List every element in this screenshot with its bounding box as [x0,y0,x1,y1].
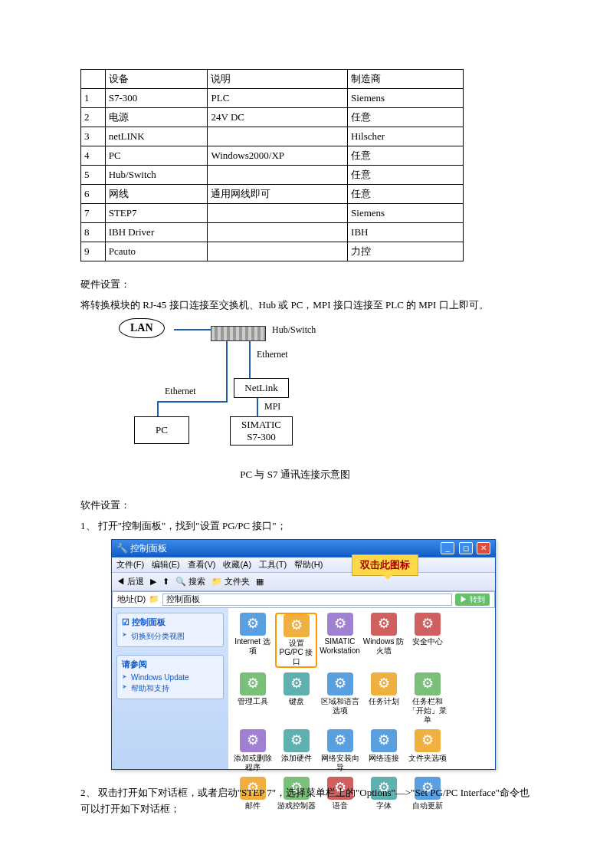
icon-label: 设置 PG/PC 接口 [277,639,316,666]
table-cell: 5 [81,166,106,185]
toolbar-button[interactable]: 🔍 搜索 [175,577,205,586]
line-mpi [257,398,258,416]
sidebar-link-help[interactable]: 帮助和支持 [122,683,218,694]
control-panel-icon[interactable]: ⚙区域和语言选项 [319,672,361,725]
app-icon: ⚙ [240,672,266,695]
table-cell: 6 [81,185,106,204]
line-pc-drop [157,401,159,416]
control-panel-icon[interactable]: ⚙添加硬件 [275,729,317,772]
sw-title: 软件设置： [80,498,533,514]
lan-cloud: LAN [119,318,165,338]
toolbar-button[interactable]: ⬆ [162,577,169,586]
control-panel-icon [450,729,492,772]
control-panel-icon[interactable]: ⚙安全中心 [406,613,448,668]
sidebar: ☑ 控制面板 切换到分类视图 请参阅 Windows Update 帮助和支持 [112,608,228,769]
th-desc: 说明 [208,70,348,89]
go-button[interactable]: ▶ 转到 [455,593,490,606]
close-button[interactable]: ✕ [477,542,490,554]
table-cell [208,242,348,261]
table-cell: PLC [208,89,348,108]
app-icon: ⚙ [415,613,441,636]
menu-item[interactable]: 收藏(A) [223,560,251,569]
address-input[interactable] [162,593,452,606]
app-icon: ⚙ [415,729,441,752]
table-cell: S7-300 [105,89,208,108]
menu-bar: 文件(F)编辑(E)查看(V)收藏(A)工具(T)帮助(H) 双击此图标 [112,557,495,573]
diagram-caption: PC 与 S7 通讯连接示意图 [142,467,448,483]
table-cell: 任意 [348,166,464,185]
folder-icon: 📁 [149,594,159,604]
toolbar-button[interactable]: 📁 文件夹 [211,577,250,586]
icon-label: 邮件 [231,801,274,810]
table-cell: Windows2000/XP [208,146,348,166]
sidebar-link-windows-update[interactable]: Windows Update [122,673,218,682]
control-panel-icon[interactable]: ⚙SIMATIC Workstation [319,613,361,668]
table-row: 6网线通用网线即可任意 [81,185,464,204]
netlink-box: NetLink [234,378,289,398]
table-cell [208,166,348,185]
window-buttons: _ ◻ ✕ [439,542,490,554]
toolbar-button[interactable]: ▶ [150,577,156,586]
sw-step-1: 1、 打开"控制面板"，找到"设置 PG/PC 接口"； [80,518,533,534]
toolbar-button[interactable]: ▦ [256,577,264,586]
app-icon: ⚙ [284,614,310,637]
line-switch-netlink [249,341,251,378]
table-cell: 电源 [105,108,208,127]
control-panel-icon[interactable]: ⚙键盘 [275,672,317,725]
control-panel-icon[interactable]: ⚙任务计划 [362,672,405,725]
icon-label: 添加或删除程序 [231,754,274,772]
th-device: 设备 [105,70,208,89]
ethernet-label-1: Ethernet [257,349,288,360]
control-panel-icon[interactable]: ⚙文件夹选项 [406,729,448,772]
minimize-button[interactable]: _ [441,542,454,554]
table-cell: 任意 [348,146,464,166]
control-panel-icon[interactable]: ⚙添加或删除程序 [231,729,274,772]
control-panel-icon[interactable]: ⚙任务栏和「开始」菜单 [406,672,448,725]
icon-label: 任务计划 [362,697,405,706]
maximize-button[interactable]: ◻ [459,542,473,554]
hubswitch-label: Hub/Switch [272,324,316,336]
hw-title: 硬件设置： [80,277,533,293]
table-cell: 2 [81,108,106,127]
window-body: ☑ 控制面板 切换到分类视图 请参阅 Windows Update 帮助和支持 … [112,608,495,769]
toolbar-button[interactable]: ◀ 后退 [116,577,144,586]
table-cell: IBH Driver [105,223,208,242]
menu-item[interactable]: 查看(V) [188,560,216,569]
pg-pc-interface-icon[interactable]: ⚙设置 PG/PC 接口 [275,613,317,668]
control-panel-icon[interactable]: ⚙管理工具 [231,672,274,725]
table-cell: 8 [81,223,106,242]
sidebar-link-category-view[interactable]: 切换到分类视图 [122,631,218,642]
sidebar-box-1: ☑ 控制面板 切换到分类视图 [116,613,224,647]
menu-item[interactable]: 文件(F) [116,560,144,569]
table-cell: Hub/Switch [105,166,208,185]
table-cell: PC [105,146,208,166]
icon-label: Internet 选项 [231,637,274,656]
table-cell [208,223,348,242]
app-icon: ⚙ [240,729,266,752]
table-row: 5Hub/Switch任意 [81,166,464,185]
table-cell: Pcauto [105,242,208,261]
control-panel-icon[interactable]: ⚙Internet 选项 [231,613,274,668]
icon-label: 网络安装向导 [319,754,361,772]
control-panel-icon[interactable]: ⚙网络安装向导 [319,729,361,772]
icon-label: 键盘 [275,697,317,706]
mpi-label: MPI [264,401,280,413]
control-panel-icon [450,672,492,725]
control-panel-icon[interactable]: ⚙网络连接 [362,729,405,772]
control-panel-icon[interactable]: ⚙Windows 防火墙 [362,613,405,668]
address-bar: 地址(D) 📁 ▶ 转到 [112,591,495,608]
network-diagram: LAN Hub/Switch Ethernet Ethernet NetLink… [111,318,372,464]
icon-label: 文件夹选项 [406,754,448,763]
icon-label: 添加硬件 [275,754,317,763]
table-cell [208,127,348,146]
line-switch-down [226,341,228,403]
app-icon: ⚙ [327,672,353,695]
table-cell: 任意 [348,185,464,204]
app-icon: ⚙ [371,729,397,752]
menu-item[interactable]: 编辑(E) [152,560,180,569]
app-icon: ⚙ [284,729,310,752]
callout-tooltip: 双击此图标 [352,554,418,576]
table-cell: 4 [81,146,106,166]
menu-item[interactable]: 工具(T) [259,560,287,569]
menu-item[interactable]: 帮助(H) [294,560,323,569]
